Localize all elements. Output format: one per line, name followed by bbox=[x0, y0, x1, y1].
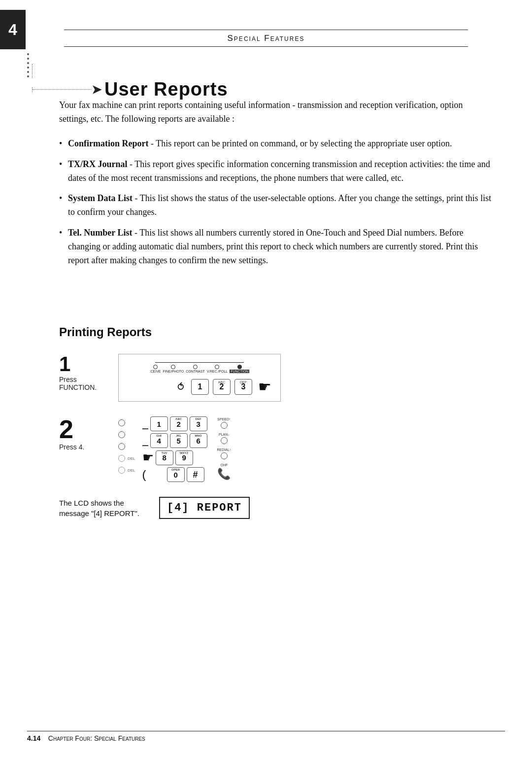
section-header-text: Special Features bbox=[228, 34, 305, 43]
page: 4 Special Features ➤ User Reports Your f… bbox=[0, 0, 532, 757]
step-1-label: Press FUNCTION. bbox=[59, 376, 118, 391]
hand-icon-step1: ☛ bbox=[258, 378, 271, 395]
finephoto-btn: FINE/PHOTO bbox=[163, 365, 184, 373]
step-1-number-col: 1 Press FUNCTION. bbox=[59, 354, 118, 391]
bullet-bold-1: Confirmation Report bbox=[68, 138, 148, 148]
footer-page: 4.14 bbox=[27, 734, 40, 742]
right-buttons-col: SPEED↑ PLAN↓ REDIAL↑ bbox=[217, 417, 232, 481]
step2-keypad-container: DEL DEL ⎯ 1 bbox=[118, 416, 493, 482]
indicator-2 bbox=[118, 431, 125, 438]
intro-paragraph: Your fax machine can print reports conta… bbox=[59, 99, 493, 126]
circle-row-2 bbox=[118, 431, 135, 438]
indicator-1 bbox=[118, 419, 125, 426]
key-3: DEF 3 bbox=[234, 379, 252, 395]
plan-label: PLAN↓ bbox=[219, 433, 230, 436]
circle-row-5: DEL bbox=[118, 467, 135, 474]
key-2: ABC 2 bbox=[213, 379, 231, 395]
keypad-main: ⎯ 1 ABC 2 DEF 3 bbox=[142, 416, 207, 482]
list-item: Tel. Number List - This list shows all n… bbox=[59, 226, 493, 268]
step2-diagram-wrapper: DEL DEL ⎯ 1 bbox=[118, 416, 493, 482]
indicator-5 bbox=[118, 467, 125, 474]
step-2-row: 2 Press 4. bbox=[59, 416, 493, 482]
key-2-step2: ABC 2 bbox=[170, 416, 188, 431]
key-hash-step2: # bbox=[187, 467, 204, 482]
circle-row-1 bbox=[118, 419, 135, 426]
footer-chapter: Chapter Four: Special Features bbox=[48, 734, 145, 742]
redial-circle bbox=[221, 452, 228, 459]
page-title: User Reports bbox=[104, 79, 228, 100]
step-2-number: 2 bbox=[59, 416, 118, 442]
content-area: Your fax machine can print reports conta… bbox=[59, 99, 493, 275]
speed-circle bbox=[221, 422, 228, 429]
step-2-number-col: 2 Press 4. bbox=[59, 416, 118, 451]
hand-step2: ☛ bbox=[142, 450, 154, 465]
function-btn: FUNCTION bbox=[230, 365, 249, 373]
printing-reports-section: Printing Reports 1 Press FUNCTION. bbox=[59, 325, 493, 519]
chapter-number: 4 bbox=[8, 21, 17, 39]
plan-circle bbox=[221, 437, 228, 444]
step-2-label: Press 4. bbox=[59, 443, 118, 451]
step-2-diagram: DEL DEL ⎯ 1 bbox=[118, 416, 493, 482]
key-3-step2: DEF 3 bbox=[190, 416, 207, 431]
circle-row-3 bbox=[118, 443, 135, 450]
key-8-step2: TUV 8 bbox=[156, 450, 173, 465]
paren-1: ⎯ bbox=[142, 418, 148, 430]
printing-reports-title: Printing Reports bbox=[59, 325, 493, 339]
key-9-step2: WXYZ 9 bbox=[175, 450, 193, 465]
section-header-box: Special Features bbox=[64, 30, 468, 47]
speed-label: SPEED↑ bbox=[217, 417, 231, 421]
key-6-step2: MNO 6 bbox=[190, 433, 207, 448]
numpad-step1: ⥀ 1 ABC 2 DEF 3 ☛ bbox=[124, 375, 275, 397]
list-item: Confirmation Report - This report can be… bbox=[59, 137, 493, 151]
title-arrow: ➤ bbox=[92, 83, 101, 97]
indicator-3 bbox=[118, 443, 125, 450]
paren-3: ( bbox=[142, 468, 146, 482]
key-1-step2: 1 bbox=[150, 416, 168, 431]
key-4-step2: GHI 4 bbox=[150, 433, 168, 448]
del-label: DEL bbox=[128, 456, 135, 461]
bullet-text-2: - This report gives specific information… bbox=[68, 159, 490, 183]
paren-2: ⎯ bbox=[142, 435, 148, 447]
del-label-2: DEL bbox=[128, 468, 135, 473]
key-0-step2: OPER 0 bbox=[167, 467, 185, 482]
phone-icon: 📞 bbox=[217, 468, 231, 481]
key-5-step2: JKL 5 bbox=[170, 433, 188, 448]
receive-btn: :CEIVE bbox=[150, 365, 161, 373]
list-item: System Data List - This list shows the s… bbox=[59, 192, 493, 219]
bullet-bold-2: TX/RX Journal bbox=[68, 159, 128, 169]
bullet-bold-4: Tel. Number List bbox=[68, 228, 133, 238]
step-1-row: 1 Press FUNCTION. :CEIVE bbox=[59, 354, 493, 402]
step-1-number: 1 bbox=[59, 354, 118, 375]
fax-diagram-step1: :CEIVE FINE/PHOTO CONTRAST V.REC./P bbox=[118, 354, 281, 402]
ohf-label: OHF bbox=[221, 463, 228, 467]
contrast-btn: CONTRAST bbox=[186, 365, 205, 373]
paren-symbol: ⥀ bbox=[177, 381, 184, 393]
title-area: ➤ User Reports bbox=[27, 64, 502, 100]
feature-list: Confirmation Report - This report can be… bbox=[59, 137, 493, 268]
chapter-tab: 4 bbox=[0, 10, 26, 49]
krow-4: ( OPER 0 # bbox=[142, 467, 207, 482]
key-1: 1 bbox=[191, 379, 209, 395]
lcd-section: The LCD shows themessage "[4] REPORT". [… bbox=[59, 497, 493, 519]
lcd-display: [4] REPORT bbox=[159, 497, 250, 519]
page-footer: 4.14 Chapter Four: Special Features bbox=[27, 731, 505, 742]
list-item: TX/RX Journal - This report gives specif… bbox=[59, 158, 493, 185]
fax-button-row: :CEIVE FINE/PHOTO CONTRAST V.REC./P bbox=[124, 365, 275, 373]
plan-btn: PLAN↓ bbox=[217, 433, 232, 444]
indicator-4 bbox=[118, 455, 125, 462]
speed-btn: SPEED↑ bbox=[217, 417, 232, 429]
bullet-bold-3: System Data List bbox=[68, 193, 133, 203]
krow-1: ⎯ 1 ABC 2 DEF 3 bbox=[142, 416, 207, 431]
bullet-text-1: - This report can be printed on command,… bbox=[148, 138, 452, 148]
lcd-label: The LCD shows themessage "[4] REPORT". bbox=[59, 498, 139, 518]
footer-text: 4.14 Chapter Four: Special Features bbox=[27, 734, 145, 742]
vrec-btn: V.REC./POLL bbox=[207, 365, 228, 373]
left-circles-col: DEL DEL bbox=[118, 417, 135, 474]
fax-top-bar bbox=[124, 358, 275, 363]
krow-2: ⎯ GHI 4 JKL 5 MNO bbox=[142, 433, 207, 448]
step-1-diagram: :CEIVE FINE/PHOTO CONTRAST V.REC./P bbox=[118, 354, 493, 402]
krow-3: ☛ TUV 8 WXYZ 9 bbox=[142, 450, 207, 465]
redial-btn: REDIAL↑ bbox=[217, 448, 232, 459]
ohf-btn: OHF 📞 bbox=[217, 463, 232, 481]
redial-label: REDIAL↑ bbox=[217, 448, 232, 451]
